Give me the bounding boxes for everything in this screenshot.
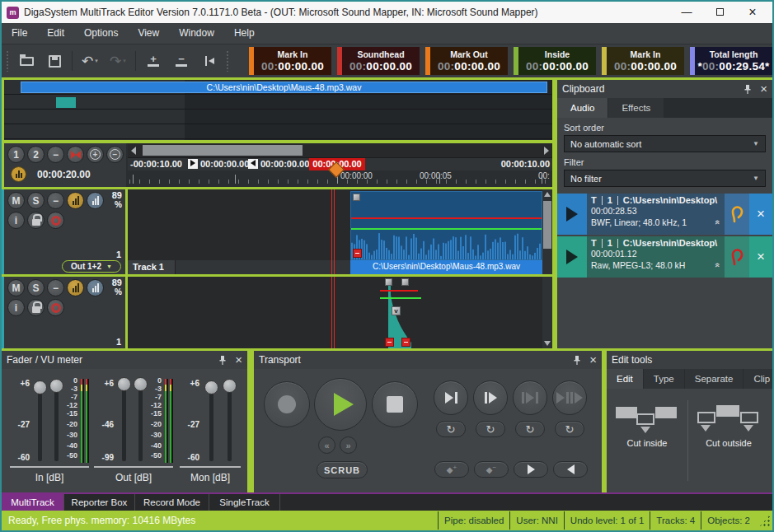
menu-window[interactable]: Window [169, 23, 224, 44]
waveform-zoom-button[interactable] [11, 166, 26, 182]
output-select[interactable]: Out 1+2▼ [62, 260, 121, 273]
scroll-left-arrow[interactable] [128, 143, 139, 157]
collapse-button[interactable]: − [47, 192, 64, 209]
gain-mode-button[interactable] [67, 279, 84, 296]
scrollbar-thumb[interactable] [543, 201, 551, 249]
zoom-in-button[interactable]: + [141, 49, 166, 72]
menu-file[interactable]: File [2, 23, 37, 44]
close-panel-icon[interactable]: × [589, 354, 597, 366]
scrub-button[interactable]: SCRUB [317, 461, 368, 478]
close-panel-icon[interactable]: × [760, 83, 767, 95]
step-back-button[interactable]: « [318, 436, 335, 454]
vertical-scrollbar[interactable] [542, 277, 552, 348]
zoom-in-time-button[interactable]: + [87, 146, 104, 163]
undo-button[interactable]: ↶▾ [77, 49, 102, 72]
prelisten-button[interactable] [725, 194, 749, 235]
play-around-button[interactable] [552, 380, 587, 415]
remove-clip-button[interactable]: × [749, 236, 772, 278]
pin-icon[interactable] [573, 355, 581, 366]
play-clip-button[interactable] [557, 194, 587, 235]
track-name-tab[interactable]: Track 1 [128, 260, 176, 274]
mark-in-flag[interactable] [188, 159, 198, 169]
tab-effects[interactable]: Effects [608, 98, 664, 118]
tab-type[interactable]: Type [644, 369, 684, 389]
clip-handle[interactable] [385, 278, 392, 286]
meter-mode-button[interactable] [87, 279, 104, 296]
play-selection-button[interactable] [513, 380, 547, 415]
tab-separate[interactable]: Separate [685, 369, 744, 389]
menu-options[interactable]: Options [74, 23, 128, 44]
cut-inside-button[interactable]: Cut inside [607, 389, 687, 492]
loop-button[interactable]: ↻ [515, 421, 545, 437]
zoom-preset-1-button[interactable]: 1 [7, 146, 25, 163]
play-to-cursor-button[interactable] [434, 380, 468, 415]
clip-info[interactable]: T1C:\Users\nin\Desktop\ 00:00:01.12 Raw,… [587, 236, 725, 278]
clip-name-bar[interactable]: C:\Users\nin\Desktop\Maus-48.mp3.wav [350, 260, 542, 274]
open-button[interactable] [14, 49, 39, 72]
go-to-start-button[interactable] [197, 49, 222, 72]
fader-knob[interactable] [117, 377, 131, 391]
resize-grip[interactable] [759, 514, 771, 527]
maximize-button[interactable] [703, 2, 736, 22]
menu-view[interactable]: View [128, 23, 169, 44]
info-button[interactable]: i [7, 299, 25, 316]
project-overview[interactable]: C:\Users\nin\Desktop\Maus-48.mp3.wav [4, 80, 552, 140]
play-button[interactable] [314, 378, 367, 431]
solo-button[interactable]: S [27, 279, 45, 296]
tab-record-mode[interactable]: Record Mode [135, 494, 209, 511]
toolbar-grip[interactable] [226, 50, 230, 72]
track-2-lane[interactable]: v [128, 277, 542, 348]
clip-handle[interactable] [401, 278, 409, 286]
solo-button[interactable]: S [27, 192, 45, 209]
tab-singletrack[interactable]: SingleTrack [209, 494, 280, 511]
tab-audio[interactable]: Audio [557, 98, 607, 118]
sort-order-select[interactable]: No automatic sort▼ [564, 135, 766, 152]
record-arm-button[interactable] [47, 212, 64, 229]
scroll-down-arrow[interactable] [542, 338, 552, 348]
volume-point-handle[interactable]: v [392, 306, 401, 315]
cut-outside-button[interactable]: Cut outside [688, 389, 769, 492]
vertical-scrollbar[interactable] [542, 189, 552, 274]
fader-track[interactable] [138, 380, 143, 461]
loop-button[interactable]: ↻ [436, 421, 466, 437]
scroll-up-arrow[interactable] [542, 189, 552, 199]
gain-line[interactable] [351, 228, 542, 230]
save-button[interactable] [42, 49, 67, 72]
redo-button[interactable]: ↷▾ [106, 49, 130, 72]
toolbar-grip[interactable] [6, 50, 10, 72]
close-button[interactable]: × [736, 2, 769, 22]
zoom-out-time-button[interactable]: − [106, 146, 124, 163]
gain-line[interactable] [380, 297, 421, 299]
collapse-chevron-icon[interactable]: « [712, 263, 724, 268]
menu-edit[interactable]: Edit [37, 23, 74, 44]
record-button[interactable] [264, 381, 310, 427]
clip-fade-handle[interactable] [385, 338, 394, 347]
zoom-out-button[interactable]: − [169, 49, 194, 72]
fader-track[interactable] [122, 380, 126, 461]
track-1-lane[interactable]: Track 1 C:\Users\nin\Desktop\Maus-48.mp3… [128, 189, 542, 274]
scrollbar-thumb[interactable] [143, 145, 303, 156]
collapse-button[interactable]: − [47, 279, 64, 296]
step-forward-button[interactable]: » [340, 436, 357, 454]
loop-button[interactable]: ↻ [476, 421, 505, 437]
prelisten-button[interactable] [725, 236, 749, 278]
audio-clip[interactable] [350, 191, 542, 260]
mark-out-flag[interactable] [248, 159, 258, 169]
time-ruler[interactable]: 00:00:00 00:00:05 00: [128, 170, 552, 187]
remove-marker-button[interactable]: ◆− [474, 461, 509, 478]
tab-multitrack[interactable]: MultiTrack [2, 494, 64, 511]
lock-button[interactable] [27, 299, 45, 316]
collapse-chevron-icon[interactable]: « [712, 220, 724, 225]
fader-knob[interactable] [204, 380, 218, 394]
mute-button[interactable]: M [7, 192, 25, 209]
tab-reporter-box[interactable]: Reporter Box [64, 494, 135, 511]
play-from-cursor-button[interactable] [473, 380, 508, 415]
info-button[interactable]: i [7, 212, 25, 229]
menu-help[interactable]: Help [224, 23, 265, 44]
gain-mode-button[interactable] [67, 192, 84, 209]
previous-marker-button[interactable] [553, 461, 588, 478]
clip-fade-handle[interactable] [401, 338, 410, 347]
clip-handle[interactable] [353, 194, 360, 201]
add-marker-button[interactable]: ◆+ [434, 461, 469, 478]
tab-clip-insert[interactable]: Clip & In [744, 369, 772, 389]
